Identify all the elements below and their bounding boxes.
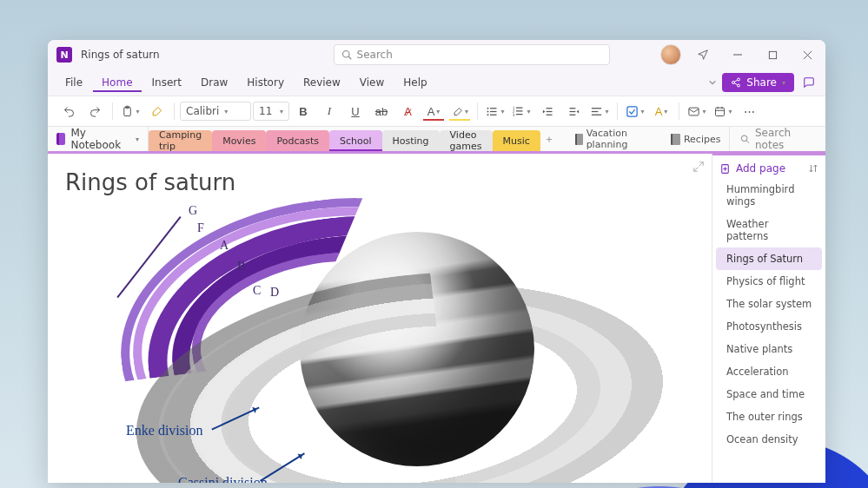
- format-painter-button[interactable]: [144, 101, 169, 122]
- user-avatar[interactable]: [660, 44, 681, 65]
- window-maximize-button[interactable]: [759, 44, 785, 65]
- chevron-down-icon: ▾: [782, 79, 785, 87]
- tags-button[interactable]: A▾: [649, 101, 673, 122]
- font-size-select[interactable]: 11▾: [253, 102, 289, 121]
- global-search-input[interactable]: Search: [334, 44, 610, 65]
- svg-rect-35: [592, 114, 601, 115]
- italic-button[interactable]: I: [317, 101, 341, 122]
- bold-button[interactable]: B: [291, 101, 315, 122]
- page-item[interactable]: The outer rings: [716, 406, 822, 428]
- menu-item-home[interactable]: Home: [93, 73, 141, 92]
- align-button[interactable]: ▾: [587, 101, 612, 122]
- section-tab-podcasts[interactable]: Podcasts: [266, 130, 329, 151]
- svg-point-6: [738, 78, 740, 81]
- redo-button[interactable]: [83, 101, 107, 122]
- comments-button[interactable]: [801, 75, 817, 90]
- section-tab-school[interactable]: School: [329, 130, 382, 151]
- menu-item-history[interactable]: History: [238, 73, 293, 92]
- page-item[interactable]: Hummingbird wings: [716, 178, 822, 213]
- todo-tag-button[interactable]: ▾: [623, 101, 647, 122]
- svg-rect-30: [569, 110, 575, 111]
- page-item[interactable]: Physics of flight: [716, 270, 822, 293]
- svg-rect-36: [627, 106, 637, 115]
- increase-indent-button[interactable]: [561, 101, 586, 122]
- add-section-button[interactable]: ＋: [540, 127, 559, 151]
- highlight-button[interactable]: ▾: [447, 101, 472, 122]
- title-bar: Rings of saturn Search: [48, 40, 825, 69]
- overflow-menu-button[interactable]: ⋯: [737, 101, 761, 122]
- svg-rect-27: [546, 114, 552, 115]
- svg-point-15: [487, 114, 489, 115]
- font-color-button[interactable]: A▾: [421, 101, 446, 122]
- sections-bar: My Notebook ▾ Camping tripMoviesPodcasts…: [48, 127, 825, 154]
- add-page-icon[interactable]: [719, 163, 731, 175]
- menu-bar: FileHomeInsertDrawHistoryReviewViewHelp …: [48, 69, 825, 96]
- menu-item-draw[interactable]: Draw: [192, 73, 236, 92]
- svg-line-1: [348, 56, 351, 59]
- page-item[interactable]: Rings of Saturn: [716, 247, 822, 270]
- svg-point-14: [487, 110, 489, 112]
- numbering-button[interactable]: 123▾: [509, 101, 533, 122]
- underline-button[interactable]: U: [343, 101, 368, 122]
- decrease-indent-button[interactable]: [535, 101, 560, 122]
- clear-formatting-button[interactable]: A̷: [395, 101, 420, 122]
- undo-button[interactable]: [56, 101, 81, 122]
- page-item[interactable]: Photosynthesis: [716, 315, 822, 338]
- section-tab-music[interactable]: Music: [493, 130, 540, 151]
- svg-line-9: [735, 80, 739, 82]
- meeting-details-button[interactable]: ▾: [711, 101, 735, 122]
- svg-rect-34: [592, 110, 599, 111]
- svg-rect-33: [592, 108, 601, 109]
- svg-rect-26: [546, 110, 552, 111]
- svg-rect-22: [516, 107, 523, 108]
- svg-rect-16: [490, 108, 497, 109]
- page-item[interactable]: Acceleration: [716, 360, 822, 383]
- page-item[interactable]: The solar system: [716, 293, 822, 315]
- svg-line-45: [694, 168, 699, 172]
- pinned-page-recipes[interactable]: Recipes: [662, 134, 730, 145]
- section-tab-camping-trip[interactable]: Camping trip: [149, 130, 212, 151]
- strikethrough-button[interactable]: ab: [369, 101, 394, 122]
- section-tab-video-games[interactable]: Video games: [440, 130, 493, 151]
- window-minimize-button[interactable]: [725, 44, 751, 65]
- email-page-button[interactable]: ▾: [685, 101, 709, 122]
- page-title[interactable]: Rings of saturn: [65, 169, 694, 195]
- notebook-selector[interactable]: My Notebook ▾: [48, 127, 149, 151]
- ring-label-d: D: [270, 286, 279, 300]
- search-notes-input[interactable]: Search notes: [729, 127, 825, 151]
- sort-pages-button[interactable]: [808, 163, 818, 174]
- chevron-down-icon: ▾: [224, 108, 228, 115]
- page-item[interactable]: Space and time: [716, 383, 822, 406]
- svg-marker-32: [576, 109, 579, 113]
- page-item[interactable]: Ocean density: [716, 428, 822, 451]
- svg-rect-38: [716, 108, 725, 115]
- font-family-select[interactable]: Calibri▾: [180, 102, 251, 121]
- ring-label-c: C: [253, 284, 261, 298]
- bullets-button[interactable]: ▾: [483, 101, 507, 122]
- pinned-page-vacation-planning[interactable]: Vacation planning: [567, 128, 662, 150]
- ring-label-f: F: [197, 221, 204, 235]
- section-tab-hosting[interactable]: Hosting: [382, 130, 440, 151]
- menu-item-help[interactable]: Help: [394, 73, 435, 92]
- paste-button[interactable]: ▾: [118, 101, 142, 122]
- page-canvas[interactable]: Rings of saturn G F A B C D: [48, 154, 712, 483]
- menu-item-view[interactable]: View: [351, 73, 393, 92]
- menu-item-review[interactable]: Review: [295, 73, 349, 92]
- svg-rect-24: [516, 114, 523, 115]
- page-item[interactable]: Native plants: [716, 338, 822, 360]
- window-close-button[interactable]: [794, 44, 820, 65]
- section-tab-movies[interactable]: Movies: [212, 130, 266, 151]
- menu-item-file[interactable]: File: [56, 73, 91, 92]
- fullscreen-icon[interactable]: [692, 161, 705, 173]
- page-item[interactable]: Weather patterns: [716, 213, 822, 247]
- share-button[interactable]: Share ▾: [722, 73, 794, 92]
- content-area: Rings of saturn G F A B C D: [48, 154, 825, 483]
- notebook-icon: [575, 134, 583, 145]
- notification-icon[interactable]: [690, 44, 716, 65]
- ring-label-g: G: [189, 204, 197, 218]
- svg-text:3: 3: [513, 112, 515, 116]
- add-page-button[interactable]: Add page: [736, 162, 803, 175]
- menu-item-insert[interactable]: Insert: [143, 73, 190, 92]
- ribbon-display-options[interactable]: [705, 75, 720, 90]
- chevron-down-icon: ▾: [280, 108, 283, 115]
